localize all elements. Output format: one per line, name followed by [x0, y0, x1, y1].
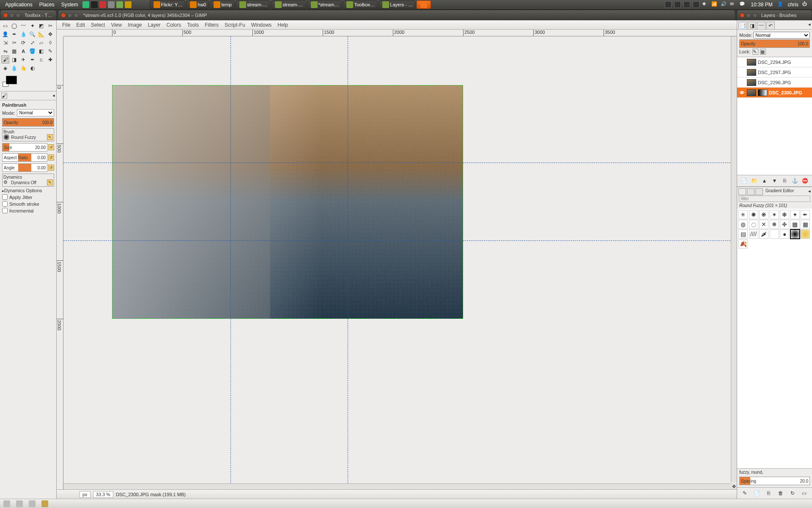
layer-thumbnail[interactable]: [747, 69, 756, 76]
paths-tab[interactable]: 〰: [757, 22, 765, 29]
airbrush-tool[interactable]: ✈: [19, 55, 27, 64]
volume-icon[interactable]: 🔊: [721, 1, 727, 8]
visibility-toggle[interactable]: [738, 69, 745, 76]
ruler-horizontal[interactable]: 0500100015002000250030003500: [63, 30, 737, 36]
cage-tool[interactable]: ▦: [10, 47, 18, 55]
menu-filters[interactable]: Filters: [202, 22, 222, 28]
size-slider[interactable]: Size 20.00: [2, 143, 47, 152]
unit-select[interactable]: px: [80, 491, 91, 498]
duplicate-layer-button[interactable]: ⎘: [781, 177, 789, 185]
duplicate-brush-button[interactable]: ⎘: [765, 489, 772, 497]
brush-item[interactable]: ◌: [749, 220, 758, 229]
toolbox-titlebar[interactable]: Toolbox - T…: [0, 10, 57, 20]
brush-item[interactable]: ✦: [790, 210, 800, 219]
text-tool[interactable]: A: [19, 47, 27, 55]
dynamics-icon[interactable]: ⚙: [3, 179, 9, 185]
clone-tool[interactable]: ⎌: [37, 55, 45, 64]
visibility-toggle[interactable]: [738, 59, 745, 66]
ink-tool[interactable]: ✒: [28, 55, 36, 64]
undo-tab[interactable]: ↶: [766, 22, 775, 29]
size-reset-button[interactable]: ↺: [48, 144, 54, 150]
scrollbar-horizontal[interactable]: [63, 483, 731, 489]
username[interactable]: chris: [785, 2, 801, 8]
aspect-reset-button[interactable]: ↺: [48, 155, 54, 160]
menu-view[interactable]: View: [108, 22, 125, 28]
dynamics-edit-button[interactable]: ✎: [47, 179, 53, 185]
task-button[interactable]: Flickr: Y…: [150, 0, 186, 9]
tray-icon[interactable]: ❖: [702, 1, 709, 8]
power-icon[interactable]: ⏻: [802, 1, 809, 8]
task-button[interactable]: [417, 0, 431, 9]
tab-menu-icon[interactable]: ◂: [52, 93, 55, 99]
rotate-tool[interactable]: ⟳: [19, 39, 27, 47]
scale-tool[interactable]: ⤢: [28, 39, 36, 47]
scissors-tool[interactable]: ✂: [47, 22, 55, 30]
mail-icon[interactable]: ✉: [730, 1, 737, 8]
task-button[interactable]: temp: [210, 0, 234, 9]
task-button[interactable]: Layers - …: [379, 0, 416, 9]
jitter-checkbox[interactable]: [2, 194, 8, 200]
new-group-button[interactable]: 📁: [750, 177, 758, 185]
layer-thumbnail[interactable]: [747, 79, 756, 86]
blend-tool[interactable]: ◧: [37, 47, 45, 55]
menu-windows[interactable]: Windows: [248, 22, 275, 28]
mode-select[interactable]: Normal: [17, 109, 54, 116]
brush-filter-input[interactable]: filter: [739, 196, 810, 202]
task-button[interactable]: stream-…: [236, 0, 270, 9]
move-tool[interactable]: ✥: [47, 30, 55, 38]
angle-slider[interactable]: Angle 0.00: [2, 163, 47, 172]
min-icon[interactable]: [9, 13, 14, 18]
dynamics-options-expander[interactable]: ▸ Dynamics Options: [2, 188, 54, 193]
pencil-tool[interactable]: ✎: [47, 47, 55, 55]
angle-reset-button[interactable]: ↺: [48, 165, 54, 171]
layer-row[interactable]: DSC_2297.JPG: [737, 67, 812, 77]
visibility-toggle[interactable]: 👁: [738, 89, 745, 96]
trash-icon[interactable]: [41, 500, 48, 507]
tab-menu-icon[interactable]: ◂: [808, 188, 811, 195]
ellipse-select-tool[interactable]: ◯: [10, 22, 18, 30]
paths-tool[interactable]: ✒: [10, 30, 18, 38]
chat-icon[interactable]: 💬: [739, 1, 746, 8]
layer-mode-select[interactable]: Normal: [753, 32, 810, 39]
menu-tools[interactable]: Tools: [184, 22, 202, 28]
menu-colors[interactable]: Colors: [164, 22, 184, 28]
brush-item[interactable]: ✳: [738, 210, 748, 219]
brush-item[interactable]: ▩: [790, 220, 800, 229]
clock[interactable]: 10:38 PM: [747, 2, 776, 8]
layer-row[interactable]: DSC_2296.JPG: [737, 77, 812, 88]
paintbrush-tool[interactable]: 🖌: [1, 55, 9, 64]
layer-row[interactable]: 👁DSC_2300.JPG: [737, 88, 812, 98]
perspective-clone-tool[interactable]: ◈: [1, 64, 9, 72]
scrollbar-vertical[interactable]: [731, 36, 737, 483]
menu-file[interactable]: File: [59, 22, 73, 28]
delete-layer-button[interactable]: ⛔: [801, 177, 809, 185]
task-button[interactable]: Toolbox…: [343, 0, 378, 9]
max-icon[interactable]: [74, 13, 79, 18]
eraser-tool[interactable]: ◨: [10, 55, 18, 64]
close-icon[interactable]: [61, 13, 66, 18]
gradients-tab[interactable]: [755, 188, 763, 195]
color-picker-tool[interactable]: 💧: [19, 30, 27, 38]
new-layer-button[interactable]: 📄: [740, 177, 748, 185]
dodge-tool[interactable]: ◐: [28, 64, 36, 72]
layer-opacity-slider[interactable]: Opacity 100.0: [739, 39, 810, 48]
smooth-checkbox[interactable]: [2, 201, 8, 207]
spacing-slider[interactable]: Spacing 20.0: [739, 477, 810, 485]
max-icon[interactable]: [752, 13, 757, 18]
min-icon[interactable]: [746, 13, 751, 18]
show-desktop-icon[interactable]: [3, 500, 10, 507]
brush-item[interactable]: ❋: [759, 210, 768, 219]
shear-tool[interactable]: ▱: [37, 39, 45, 47]
menu-scriptfu[interactable]: Script-Fu: [222, 22, 248, 28]
menu-select[interactable]: Select: [88, 22, 108, 28]
foreground-tool[interactable]: 👤: [1, 30, 9, 38]
workspace-icon[interactable]: [693, 1, 700, 8]
channels-tab[interactable]: ◨: [748, 22, 756, 29]
zoom-field[interactable]: 33.3 %: [93, 491, 113, 498]
lock-alpha-button[interactable]: ▦: [760, 49, 766, 55]
brush-item[interactable]: [770, 229, 779, 239]
layers-tab[interactable]: 📑: [738, 22, 747, 29]
menu-system[interactable]: System: [58, 2, 82, 8]
tool-options-tab[interactable]: 🖌: [1, 93, 7, 99]
open-as-image-button[interactable]: ▭: [801, 489, 808, 497]
